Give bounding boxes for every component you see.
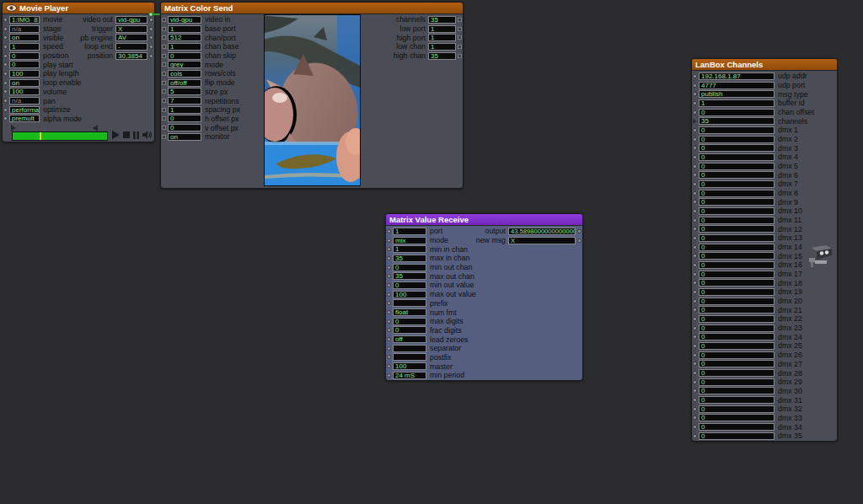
input-port-connector[interactable] [693, 182, 697, 186]
output-port-connector[interactable] [577, 229, 582, 233]
lanbox-channels-header[interactable]: LanBox Channels [692, 59, 837, 71]
input-port-connector[interactable] [387, 301, 391, 305]
input-value-field[interactable]: 0 [699, 324, 775, 332]
input-port-connector[interactable] [387, 328, 391, 332]
input-value-field[interactable]: 7 [168, 97, 201, 105]
input-value-field[interactable]: n/a [9, 97, 40, 105]
input-port-connector[interactable] [3, 45, 8, 49]
input-value-field[interactable]: 0 [699, 396, 775, 404]
input-value-field[interactable]: 0 [699, 126, 775, 134]
input-port-connector[interactable] [693, 83, 697, 88]
input-port-connector[interactable] [693, 371, 697, 375]
input-value-field[interactable]: publish [699, 90, 775, 98]
input-value-field[interactable]: off [393, 335, 426, 343]
input-port-connector[interactable] [387, 292, 391, 297]
input-value-field[interactable]: 0 [699, 423, 775, 431]
input-value-field[interactable]: 0 [699, 198, 775, 206]
input-value-field[interactable] [393, 345, 426, 352]
output-port-connector[interactable] [458, 45, 462, 49]
input-port-connector[interactable] [3, 116, 8, 121]
input-value-field[interactable]: 1 [393, 245, 426, 253]
input-value-field[interactable]: 0 [168, 52, 201, 60]
input-port-connector[interactable] [162, 72, 166, 76]
input-port-connector[interactable] [693, 254, 697, 258]
input-port-connector[interactable] [693, 227, 697, 231]
input-value-field[interactable]: mix [393, 237, 426, 244]
input-port-connector[interactable] [693, 407, 697, 411]
input-port-connector[interactable] [3, 18, 8, 22]
input-port-connector[interactable] [693, 218, 697, 223]
input-value-field[interactable]: 0 [699, 351, 775, 359]
input-port-connector[interactable] [162, 116, 166, 121]
eye-icon[interactable] [6, 4, 17, 12]
input-value-field[interactable]: 0 [699, 279, 775, 287]
input-port-connector[interactable] [162, 54, 166, 58]
input-port-connector[interactable] [387, 247, 391, 251]
input-value-field[interactable]: 0 [699, 244, 775, 251]
input-value-field[interactable]: 1 [168, 25, 201, 33]
input-port-connector[interactable] [693, 119, 697, 124]
speaker-icon[interactable] [142, 131, 152, 139]
input-value-field[interactable] [393, 353, 426, 361]
input-port-connector[interactable] [693, 389, 697, 393]
input-value-field[interactable]: 1 [393, 228, 426, 235]
input-value-field[interactable]: cols [168, 70, 201, 78]
input-port-connector[interactable] [387, 373, 391, 378]
input-port-connector[interactable] [3, 27, 8, 31]
input-value-field[interactable]: 0 [699, 136, 775, 143]
input-port-connector[interactable] [387, 229, 391, 233]
input-port-connector[interactable] [162, 18, 166, 22]
input-value-field[interactable]: 100 [393, 362, 426, 370]
movie-player-header[interactable]: Movie Player [3, 3, 154, 14]
loop-start-marker[interactable] [11, 125, 16, 131]
input-value-field[interactable]: performa [9, 106, 40, 114]
input-value-field[interactable]: 0 [393, 326, 426, 334]
output-port-connector[interactable] [149, 45, 153, 49]
input-value-field[interactable]: 1 [168, 43, 201, 51]
input-value-field[interactable]: on [9, 34, 40, 41]
input-value-field[interactable]: 512 [168, 34, 201, 41]
input-port-connector[interactable] [693, 344, 697, 348]
input-port-connector[interactable] [693, 290, 697, 294]
output-port-connector[interactable] [458, 54, 462, 58]
input-port-connector[interactable] [387, 364, 391, 368]
input-value-field[interactable]: 0 [699, 180, 775, 188]
input-value-field[interactable]: 0 [699, 342, 775, 350]
input-port-connector[interactable] [693, 272, 697, 276]
input-value-field[interactable]: n/a [9, 25, 40, 33]
input-value-field[interactable]: 24 mS [393, 372, 426, 379]
input-port-connector[interactable] [3, 35, 8, 40]
pause-icon[interactable] [133, 131, 139, 139]
input-value-field[interactable]: 0 [699, 217, 775, 224]
input-value-field[interactable]: 0 [168, 124, 201, 131]
input-value-field[interactable]: 0 [168, 115, 201, 122]
input-port-connector[interactable] [693, 92, 697, 96]
input-port-connector[interactable] [3, 89, 8, 94]
input-port-connector[interactable] [162, 108, 166, 112]
input-port-connector[interactable] [162, 89, 166, 94]
input-port-connector[interactable] [162, 45, 166, 49]
input-value-field[interactable]: 0 [699, 378, 775, 386]
input-value-field[interactable]: 0 [699, 271, 775, 278]
input-port-connector[interactable] [693, 434, 697, 438]
input-value-field[interactable]: 0 [699, 315, 775, 323]
input-port-connector[interactable] [3, 54, 8, 58]
input-port-connector[interactable] [693, 200, 697, 204]
input-value-field[interactable]: 0 [699, 261, 775, 269]
input-port-connector[interactable] [693, 263, 697, 267]
input-port-connector[interactable] [693, 308, 697, 312]
input-value-field[interactable]: 0 [699, 252, 775, 260]
input-value-field[interactable]: 1 [168, 106, 201, 114]
input-port-connector[interactable] [3, 108, 8, 112]
input-value-field[interactable] [393, 299, 426, 307]
input-port-connector[interactable] [693, 236, 697, 240]
input-value-field[interactable]: 0 [699, 333, 775, 340]
input-port-connector[interactable] [162, 62, 166, 67]
input-port-connector[interactable] [693, 164, 697, 169]
input-value-field[interactable]: 0 [393, 264, 426, 271]
input-port-connector[interactable] [693, 191, 697, 196]
input-port-connector[interactable] [387, 265, 391, 270]
input-port-connector[interactable] [387, 337, 391, 341]
input-value-field[interactable]: on [9, 79, 40, 87]
input-port-connector[interactable] [387, 274, 391, 278]
